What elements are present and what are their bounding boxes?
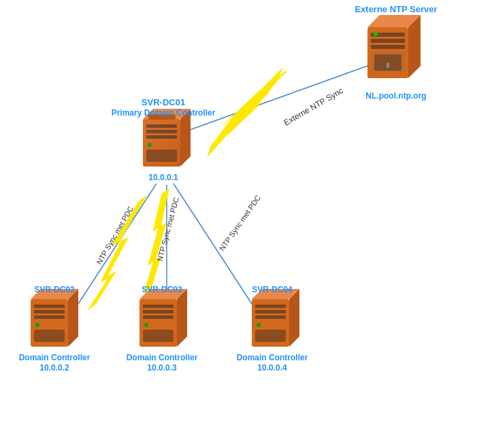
svg-point-50	[257, 323, 261, 327]
svg-rect-13	[146, 130, 177, 133]
svg-rect-43	[143, 330, 174, 342]
dc04-server	[252, 289, 299, 347]
ntp-server	[367, 15, 421, 78]
svg-marker-38	[177, 289, 187, 347]
svg-rect-39	[143, 305, 174, 308]
pdc-name: SVR-DC01	[142, 97, 185, 107]
svg-rect-41	[143, 315, 174, 319]
svg-rect-32	[34, 310, 65, 313]
svg-rect-49	[255, 315, 286, 319]
svg-point-15	[148, 143, 152, 147]
dc03-name: SVR-DC03	[142, 285, 182, 294]
svg-rect-12	[146, 124, 177, 128]
dc02-server	[31, 289, 78, 347]
dc02-name: SVR-DC02	[34, 285, 75, 294]
svg-point-27	[374, 32, 378, 36]
dc02-ip: 10.0.0.2	[39, 363, 69, 373]
svg-marker-30	[68, 289, 78, 347]
svg-rect-22	[371, 39, 405, 43]
pdc-ip: 10.0.0.1	[148, 173, 178, 182]
dc03-ip: 10.0.0.3	[147, 363, 177, 373]
svg-rect-47	[255, 305, 286, 308]
ntp-server-detail: NL.pool.ntp.org	[365, 91, 426, 101]
svg-rect-33	[34, 315, 65, 319]
svg-rect-31	[34, 305, 65, 308]
svg-rect-14	[146, 135, 177, 139]
svg-point-42	[144, 323, 148, 327]
dc02-role: Domain Controller	[19, 353, 91, 362]
dc04-name: SVR-DC04	[252, 285, 293, 294]
svg-rect-16	[146, 150, 177, 162]
svg-rect-51	[255, 330, 286, 342]
svg-marker-46	[289, 289, 299, 347]
dc04-ip: 10.0.0.4	[257, 363, 287, 373]
dc04-role: Domain Controller	[237, 353, 308, 362]
ntp-server-name: Externe NTP Server	[355, 4, 437, 14]
svg-point-34	[35, 323, 39, 327]
svg-rect-23	[371, 45, 405, 49]
svg-rect-48	[255, 310, 286, 313]
svg-rect-26	[386, 63, 389, 68]
dc03-server	[139, 289, 187, 347]
svg-rect-40	[143, 310, 174, 313]
dc03-role: Domain Controller	[127, 353, 198, 362]
svg-rect-35	[34, 330, 65, 342]
pdc-role: Primary Domain Controller	[112, 108, 216, 118]
